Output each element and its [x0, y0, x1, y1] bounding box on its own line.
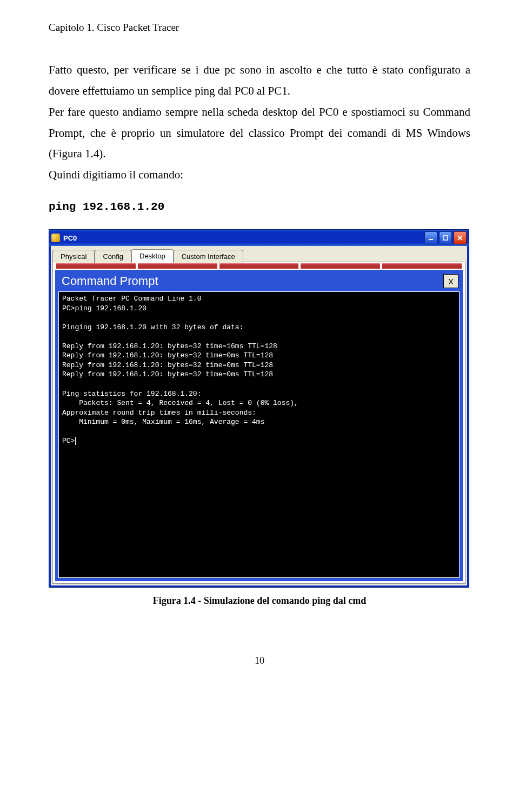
- maximize-button[interactable]: [439, 231, 452, 244]
- command-prompt-window: Command Prompt X Packet Tracer PC Comman…: [55, 270, 463, 581]
- minimize-button[interactable]: [424, 231, 437, 244]
- close-icon: [457, 235, 463, 241]
- terminal-cursor: [75, 437, 80, 445]
- tab-custom-interface[interactable]: Custom Interface: [174, 250, 243, 263]
- page-number: 10: [49, 655, 470, 667]
- tab-config[interactable]: Config: [95, 250, 131, 263]
- svg-rect-0: [429, 239, 433, 240]
- tab-panel-desktop: Command Prompt X Packet Tracer PC Comman…: [52, 262, 465, 584]
- pc0-window: PC0 Physical Config Desktop Custom Inter…: [49, 229, 469, 588]
- close-button[interactable]: [454, 231, 467, 244]
- command-code: ping 192.168.1.20: [49, 201, 470, 213]
- maximize-icon: [442, 235, 449, 241]
- minimize-icon: [428, 235, 434, 241]
- window-title: PC0: [63, 234, 77, 242]
- figure-caption: Figura 1.4 - Simulazione del comando pin…: [49, 595, 470, 607]
- paragraph-2: Per fare questo andiamo sempre nella sch…: [49, 102, 470, 165]
- terminal-output[interactable]: Packet Tracer PC Command Line 1.0 PC>pin…: [58, 291, 460, 578]
- chapter-header: Capitolo 1. Cisco Packet Tracer: [49, 22, 470, 34]
- paragraph-1: Fatto questo, per verificare se i due pc…: [49, 59, 470, 102]
- paragraph-3: Quindi digitiamo il comando:: [49, 164, 470, 185]
- svg-rect-1: [443, 236, 448, 240]
- tab-strip: Physical Config Desktop Custom Interface: [52, 249, 465, 262]
- app-icon: [51, 234, 60, 242]
- terminal-text: Packet Tracer PC Command Line 1.0 PC>pin…: [62, 295, 298, 445]
- tab-desktop[interactable]: Desktop: [131, 249, 174, 263]
- tab-physical[interactable]: Physical: [52, 250, 95, 263]
- window-titlebar[interactable]: PC0: [49, 230, 469, 246]
- command-prompt-titlebar[interactable]: Command Prompt X: [58, 273, 460, 291]
- app-shelf: [54, 263, 464, 269]
- command-prompt-title: Command Prompt: [62, 274, 443, 288]
- command-prompt-close-button[interactable]: X: [443, 274, 458, 288]
